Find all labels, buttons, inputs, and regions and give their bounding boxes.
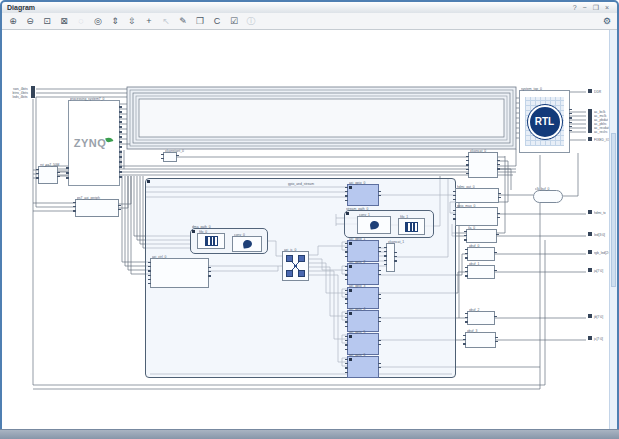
block-title: gpio_and_stream [288,182,314,185]
block-conv0[interactable]: conv_0 [232,236,262,252]
block-title: system_top_0 [521,87,542,90]
diagram-toolbar: ⊕⊖⊡⊠◌◎⇕⇳+↖✎❐C☑ⓘ ⚙ [2,13,617,30]
external-port-fixed_io[interactable] [588,137,592,141]
block-gpio_mux0[interactable]: gpio_mux_0 [455,207,498,226]
block-title: axi_gpio_1 [349,237,365,240]
diagram-canvas[interactable]: gpio_and_streamprocessing_system7_0ZYNQs… [0,0,619,439]
rtl-logo-icon: RTL [525,97,564,146]
add-ip-icon[interactable]: + [144,16,154,26]
customize-icon[interactable]: ✎ [178,16,188,26]
external-port-ac_reclrc[interactable] [588,129,592,133]
block-obuf1[interactable]: obuf_1 [467,265,495,279]
toolbar-icons: ⊕⊖⊡⊠◌◎⇕⇳+↖✎❐C☑ⓘ [8,16,256,26]
block-conv1[interactable]: conv_1 [357,216,391,234]
block-title: axi_gpio_6 [349,353,365,356]
block-title: axi_gpio_0 [349,181,365,184]
external-port-hdmi_tx[interactable] [588,210,592,214]
block-title: fifo_1 [400,215,408,218]
zynq-logo-icon: ZYNQ [69,101,119,185]
block-title: axi_gpio_2 [349,260,365,263]
float-icon[interactable]: ❐ [593,4,599,12]
regenerate-layout-icon[interactable]: C [212,16,222,26]
crossbar-icon [286,255,305,277]
block-xbar0[interactable]: axi_ic_0 [282,251,309,281]
fifo-icon [198,234,224,248]
search-icon[interactable]: ◎ [93,16,103,26]
window-bottom-edge [0,429,619,439]
block-obuf2[interactable]: obuf_2 [467,311,495,325]
block-title: rst_ps7_50M [40,163,59,166]
collapse-hierarchy-icon[interactable]: ⇕ [110,16,120,26]
block-title: obuf_1 [469,262,479,265]
external-port-ja[interactable] [588,268,592,272]
zoom-to-selection-icon[interactable]: ⊠ [59,16,69,26]
zoom-fit-icon[interactable]: ⊡ [42,16,52,26]
block-title: axi_gpio_3 [349,284,365,287]
block-xlconcat1[interactable]: xlconcat_1 [386,243,395,272]
interface-info-icon[interactable]: ⓘ [246,16,256,26]
block-fifo1[interactable]: fifo_1 [398,218,425,235]
block-gpio6[interactable]: axi_gpio_6 [347,356,379,378]
external-port-jc[interactable] [588,336,592,340]
scrollbar-thumb[interactable] [611,133,616,287]
conv-icon [233,237,261,251]
external-port-leds[interactable] [31,94,35,98]
block-title: ps7_axi_periph [77,196,100,199]
block-title: processing_system7_0 [70,97,104,100]
zoom-in-icon[interactable]: ⊕ [8,16,18,26]
block-title: hdmi_out_0 [457,185,475,188]
block-gpio5[interactable]: axi_gpio_5 [347,333,379,355]
block-title: stream_path_0 [346,207,368,210]
fifo-icon [399,219,424,234]
block-rst0[interactable]: rst_ps7_50M [38,166,58,184]
external-port-ddr[interactable] [588,89,592,93]
zoom-out-icon[interactable]: ⊖ [25,16,35,26]
block-ila0[interactable]: ila_0 [466,229,497,243]
block-title: ila_0 [468,226,475,229]
block-title: axi_gpio_5 [349,330,365,333]
block-ps7[interactable]: processing_system7_0ZYNQ [68,100,120,186]
block-gpio1[interactable]: axi_gpio_1 [347,240,379,262]
minimize-icon[interactable]: − [583,4,587,12]
vertical-scrollbar[interactable] [609,29,617,429]
open-in-new-window-icon[interactable]: ❐ [195,16,205,26]
block-axi_periph[interactable]: ps7_axi_periph [75,199,119,217]
block-title: xlconcat_1 [388,240,404,243]
block-gpio4[interactable]: axi_gpio_4 [347,310,379,332]
close-icon[interactable]: × [605,4,609,12]
pointer-icon[interactable]: ↖ [161,16,171,26]
block-clk_buf0[interactable]: clk_buf_0 [533,190,563,203]
external-port-led[interactable] [588,232,592,236]
block-gpio0[interactable]: axi_gpio_0 [347,184,379,206]
block-title: axi_ctrl_0 [152,255,166,258]
block-gpio2[interactable]: axi_gpio_2 [347,263,379,285]
validate-design-icon[interactable]: ☑ [229,16,239,26]
block-title: gpio_mux_0 [457,204,475,207]
external-port-jb[interactable] [588,314,592,318]
block-obuf0[interactable]: obuf_0 [467,247,495,261]
block-title: xlconcat_0 [470,149,486,152]
help-icon[interactable]: ? [573,4,577,12]
settings-icon[interactable]: ⚙ [603,16,611,26]
window-controls: ?−❐× [573,4,617,12]
block-title: axi_ic_0 [284,248,296,251]
block-title: fifo_0 [199,230,207,233]
block-axi_ctrl0[interactable]: axi_ctrl_0 [150,258,209,288]
conv-icon [358,217,390,233]
block-hdmi_out0[interactable]: hdmi_out_0 [455,188,499,203]
block-title: dma_path_0 [192,225,211,228]
block-title: obuf_2 [469,308,479,311]
block-fifo0[interactable]: fifo_0 [197,233,225,249]
expand-hierarchy-icon[interactable]: ⇳ [127,16,137,26]
select-none-icon[interactable]: ◌ [76,16,86,26]
block-title: conv_1 [359,213,370,216]
block-rtl_top[interactable]: system_top_0RTL [519,90,570,153]
external-port-rgb_led[interactable] [588,250,592,254]
block-title: xlconstant_0 [165,149,184,152]
block-gpio3[interactable]: axi_gpio_3 [347,287,379,309]
block-obuf3[interactable]: obuf_3 [465,332,496,348]
block-xlconcat0[interactable]: xlconcat_0 [468,152,498,178]
block-title: axi_gpio_4 [349,307,365,310]
block-xlconstant0[interactable]: xlconstant_0 [163,152,177,162]
block-title: conv_0 [234,233,245,236]
